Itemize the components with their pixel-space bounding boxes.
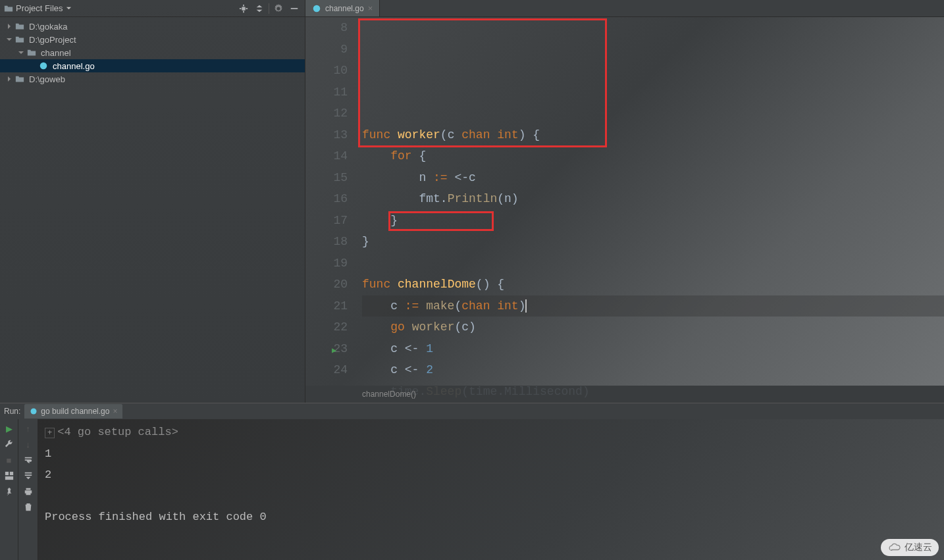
print-icon[interactable] bbox=[22, 485, 35, 498]
tree-folder[interactable]: D:\goProject bbox=[0, 33, 305, 46]
line-number: 16 bbox=[305, 188, 348, 210]
line-number: 20 bbox=[305, 274, 348, 295]
line-number: 19 bbox=[305, 253, 348, 274]
code-line[interactable]: func worker(c chan int) { bbox=[362, 124, 944, 146]
line-number: 10 bbox=[305, 60, 348, 82]
down-icon[interactable]: ↓ bbox=[22, 438, 35, 451]
line-number: 15 bbox=[305, 167, 348, 189]
chevron-down-icon[interactable] bbox=[5, 36, 13, 43]
code-token: (c) bbox=[454, 320, 475, 334]
code-line[interactable]: } bbox=[362, 210, 944, 232]
svg-rect-0 bbox=[291, 8, 298, 9]
tree-folder[interactable]: channel bbox=[0, 46, 305, 59]
layout-icon[interactable] bbox=[3, 469, 16, 482]
gear-icon[interactable] bbox=[272, 2, 285, 15]
close-icon[interactable]: × bbox=[368, 3, 373, 13]
tree-item-label: D:\gokaka bbox=[29, 22, 68, 32]
close-icon[interactable]: × bbox=[113, 407, 117, 416]
folder-icon bbox=[4, 4, 13, 13]
text-caret bbox=[525, 299, 527, 313]
trash-icon[interactable] bbox=[22, 501, 35, 514]
run-label: Run: bbox=[4, 407, 20, 416]
go-file-icon bbox=[30, 407, 38, 415]
tree-item-label: D:\goProject bbox=[29, 35, 76, 45]
code-editor[interactable]: 891011121314151617181920212223▶24 func w… bbox=[305, 17, 944, 386]
expand-all-icon[interactable] bbox=[253, 2, 266, 15]
code-token: int bbox=[497, 128, 518, 141]
project-panel-header: Project Files bbox=[0, 0, 305, 17]
project-panel-title[interactable]: Project Files bbox=[4, 3, 72, 13]
code-token: worker bbox=[398, 128, 440, 141]
cloud-icon bbox=[887, 543, 902, 552]
code-token: 1 bbox=[426, 342, 433, 355]
code-token: make bbox=[426, 299, 454, 313]
line-gutter: 891011121314151617181920212223▶24 bbox=[305, 17, 362, 386]
code-token: fmt. bbox=[362, 192, 448, 205]
line-number: 21 bbox=[305, 295, 348, 317]
run-side-toolbar: ▶ ■ bbox=[0, 419, 18, 560]
line-number: 12 bbox=[305, 103, 348, 124]
code-token: (c bbox=[440, 128, 461, 141]
stop-icon[interactable]: ■ bbox=[3, 453, 16, 467]
code-token: func bbox=[362, 278, 398, 291]
pin-icon[interactable] bbox=[3, 485, 16, 498]
breadcrumb[interactable]: channelDome() bbox=[305, 386, 944, 403]
wrench-icon[interactable] bbox=[3, 438, 16, 451]
scroll-to-end-icon[interactable] bbox=[22, 469, 35, 482]
code-area[interactable]: func worker(c chan int) { for { n := <-c… bbox=[362, 17, 944, 386]
code-token: c bbox=[362, 299, 405, 313]
tree-folder[interactable]: D:\gokaka bbox=[0, 20, 305, 33]
chevron-right-icon[interactable] bbox=[5, 22, 13, 30]
tree-item-label: D:\goweb bbox=[29, 74, 65, 84]
code-line[interactable]: n := <-c bbox=[362, 167, 944, 189]
editor-tab-channel[interactable]: channel.go × bbox=[305, 0, 380, 16]
run-gutter-icon[interactable]: ▶ bbox=[332, 340, 336, 362]
tree-file[interactable]: channel.go bbox=[0, 59, 305, 72]
chevron-down-icon bbox=[66, 5, 72, 11]
project-tree[interactable]: D:\gokakaD:\goProjectchannelchannel.goD:… bbox=[0, 17, 305, 88]
code-line[interactable]: fmt.Println(n) bbox=[362, 188, 944, 210]
line-number: 22 bbox=[305, 317, 348, 338]
code-token: Println bbox=[448, 192, 498, 205]
line-number: 17 bbox=[305, 210, 348, 232]
tree-folder[interactable]: D:\goweb bbox=[0, 72, 305, 86]
code-token: { bbox=[419, 149, 426, 163]
watermark-label: 亿速云 bbox=[905, 542, 932, 553]
svg-rect-6 bbox=[5, 476, 13, 480]
fold-icon[interactable]: + bbox=[45, 428, 55, 438]
code-token: } bbox=[362, 235, 369, 248]
code-token: <-c bbox=[454, 171, 475, 184]
svg-point-2 bbox=[313, 5, 321, 12]
chevron-right-icon[interactable] bbox=[5, 75, 13, 83]
up-icon[interactable]: ↑ bbox=[22, 422, 35, 435]
run-console[interactable]: +<4 go setup calls>12 Process finished w… bbox=[38, 419, 944, 560]
code-token: c <- bbox=[362, 342, 426, 355]
line-number: 23 bbox=[305, 338, 348, 360]
code-line[interactable]: for { bbox=[362, 145, 944, 167]
svg-point-1 bbox=[40, 63, 47, 70]
code-line[interactable]: c <- 2 bbox=[362, 359, 944, 381]
line-number: 18 bbox=[305, 231, 348, 253]
code-line[interactable]: func channelDome() { bbox=[362, 274, 944, 295]
code-line[interactable] bbox=[362, 253, 944, 274]
code-token: (n) bbox=[497, 192, 518, 205]
code-token: n bbox=[362, 171, 433, 184]
code-line[interactable]: } bbox=[362, 231, 944, 253]
folder-icon bbox=[14, 21, 25, 32]
rerun-icon[interactable]: ▶ bbox=[3, 422, 16, 435]
minimize-icon[interactable] bbox=[288, 2, 301, 15]
code-line[interactable]: go worker(c) bbox=[362, 317, 944, 338]
code-token: chan bbox=[461, 128, 497, 141]
locate-icon[interactable] bbox=[237, 2, 250, 15]
project-panel: Project Files D:\gokakaD:\goProjectchann… bbox=[0, 0, 305, 403]
code-token: ) { bbox=[519, 128, 540, 141]
run-tool-window: Run: go build channel.go × ▶ ■ ↑ ↓ +<4 g… bbox=[0, 403, 944, 560]
line-number: 8 bbox=[305, 17, 348, 39]
run-tab[interactable]: go build channel.go × bbox=[24, 404, 122, 419]
chevron-down-icon[interactable] bbox=[17, 49, 25, 57]
line-number: 13 bbox=[305, 124, 348, 146]
soft-wrap-icon[interactable] bbox=[22, 453, 35, 467]
code-line[interactable]: c := make(chan int) bbox=[362, 295, 944, 317]
code-token: worker bbox=[412, 320, 455, 334]
code-line[interactable]: c <- 1 bbox=[362, 338, 944, 360]
